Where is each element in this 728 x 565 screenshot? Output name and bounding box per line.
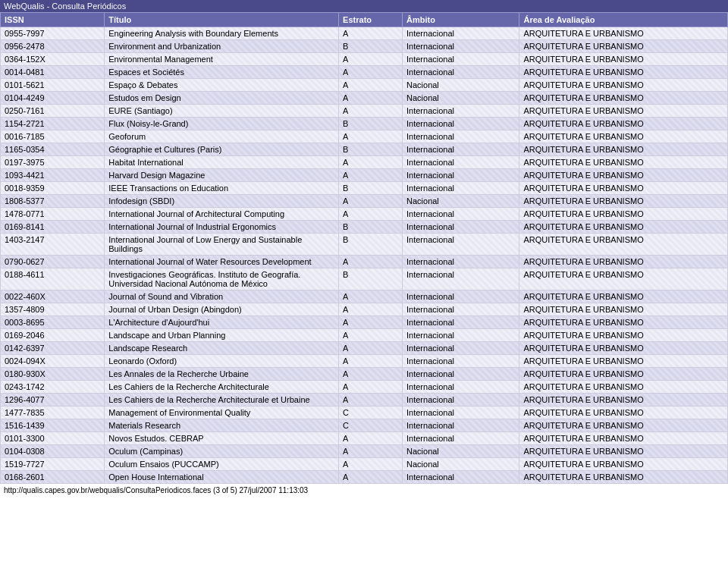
table-cell: International Journal of Water Resources… <box>105 256 339 268</box>
table-cell: 0024-094X <box>1 355 105 368</box>
table-cell: Estudos em Design <box>105 92 339 105</box>
table-cell: Internacional <box>403 143 519 156</box>
table-cell: Internacional <box>403 381 519 394</box>
table-cell: A <box>339 256 403 268</box>
table-row: 0790-0627International Journal of Water … <box>1 256 728 268</box>
table-cell: A <box>339 208 403 221</box>
table-cell: ARQUITETURA E URBANISMO <box>519 355 728 368</box>
table-cell: Internacional <box>403 268 519 290</box>
table-cell: A <box>339 458 403 471</box>
table-row: 0188-4611Investigaciones Geográficas. In… <box>1 268 728 290</box>
table-cell: Internacional <box>403 156 519 169</box>
table-row: 0180-930XLes Annales de la Recherche Urb… <box>1 368 728 381</box>
table-row: 1478-0771International Journal of Archit… <box>1 208 728 221</box>
table-cell: Nacional <box>403 458 519 471</box>
table-cell: ARQUITETURA E URBANISMO <box>519 182 728 195</box>
table-row: 1519-7727Oculum Ensaios (PUCCAMP)ANacion… <box>1 458 728 471</box>
table-cell: Internacional <box>403 406 519 419</box>
table-cell: Landscape Research <box>105 342 339 355</box>
table-cell: ARQUITETURA E URBANISMO <box>519 234 728 256</box>
header-area: Área de Avaliação <box>519 13 728 27</box>
table-cell: Nacional <box>403 92 519 105</box>
table-cell: B <box>339 234 403 256</box>
table-row: 0955-7997Engineering Analysis with Bound… <box>1 27 728 40</box>
table-row: 0016-7185GeoforumAInternacionalARQUITETU… <box>1 130 728 143</box>
table-cell: 1519-7727 <box>1 458 105 471</box>
table-cell: Materials Research <box>105 419 339 432</box>
table-cell: ARQUITETURA E URBANISMO <box>519 471 728 484</box>
table-cell: A <box>339 381 403 394</box>
table-cell: Geoforum <box>105 130 339 143</box>
page-title: WebQualis - Consulta Periódicos <box>4 2 126 11</box>
table-cell: Oculum (Campinas) <box>105 445 339 458</box>
table-cell: ARQUITETURA E URBANISMO <box>519 27 728 40</box>
table-row: 0003-8695L'Architecture d'Aujourd'huiAIn… <box>1 316 728 329</box>
table-cell: Internacional <box>403 355 519 368</box>
table-cell: ARQUITETURA E URBANISMO <box>519 195 728 208</box>
table-cell: ARQUITETURA E URBANISMO <box>519 342 728 355</box>
table-cell: A <box>339 432 403 445</box>
table-cell: 0243-1742 <box>1 381 105 394</box>
table-cell: Espaces et Sociétés <box>105 66 339 79</box>
table-cell: A <box>339 394 403 406</box>
table-cell: 1296-4077 <box>1 394 105 406</box>
table-cell: 0169-8141 <box>1 221 105 234</box>
table-cell: ARQUITETURA E URBANISMO <box>519 208 728 221</box>
table-cell: 0104-4249 <box>1 92 105 105</box>
table-cell: A <box>339 355 403 368</box>
table-cell: B <box>339 221 403 234</box>
table-cell: ARQUITETURA E URBANISMO <box>519 40 728 53</box>
table-cell: 0169-2046 <box>1 329 105 342</box>
table-row: 0104-0308Oculum (Campinas)ANacionalARQUI… <box>1 445 728 458</box>
table-cell: 1154-2721 <box>1 118 105 130</box>
table-cell: ARQUITETURA E URBANISMO <box>519 130 728 143</box>
table-cell: B <box>339 268 403 290</box>
table-cell: Internacional <box>403 256 519 268</box>
table-cell: A <box>339 156 403 169</box>
table-cell: 0955-7997 <box>1 27 105 40</box>
table-cell: Habitat International <box>105 156 339 169</box>
table-cell: ARQUITETURA E URBANISMO <box>519 329 728 342</box>
table-cell: Les Cahiers de la Recherche Architectura… <box>105 381 339 394</box>
table-cell: ARQUITETURA E URBANISMO <box>519 66 728 79</box>
table-cell: A <box>339 316 403 329</box>
table-cell: 1477-7835 <box>1 406 105 419</box>
table-row: 1403-2147International Journal of Low En… <box>1 234 728 256</box>
table-cell: A <box>339 105 403 118</box>
table-cell: 0168-2601 <box>1 471 105 484</box>
table-cell: ARQUITETURA E URBANISMO <box>519 316 728 329</box>
table-row: 0024-094XLeonardo (Oxford)AInternacional… <box>1 355 728 368</box>
table-cell: Internacional <box>403 130 519 143</box>
table-cell: Journal of Sound and Vibration <box>105 290 339 303</box>
table-cell: Nacional <box>403 79 519 92</box>
table-cell: A <box>339 368 403 381</box>
table-cell: A <box>339 79 403 92</box>
table-cell: 1516-1439 <box>1 419 105 432</box>
table-cell: Les Annales de la Recherche Urbaine <box>105 368 339 381</box>
table-cell: ARQUITETURA E URBANISMO <box>519 118 728 130</box>
table-cell: Internacional <box>403 432 519 445</box>
table-cell: 0101-3300 <box>1 432 105 445</box>
table-cell: ARQUITETURA E URBANISMO <box>519 92 728 105</box>
table-cell: Engineering Analysis with Boundary Eleme… <box>105 27 339 40</box>
table-cell: 0180-930X <box>1 368 105 381</box>
table-cell: A <box>339 303 403 316</box>
table-cell: IEEE Transactions on Education <box>105 182 339 195</box>
table-cell: A <box>339 130 403 143</box>
table-cell: 0003-8695 <box>1 316 105 329</box>
table-cell: 0197-3975 <box>1 156 105 169</box>
table-cell: 0250-7161 <box>1 105 105 118</box>
table-cell: ARQUITETURA E URBANISMO <box>519 394 728 406</box>
table-cell: A <box>339 445 403 458</box>
footer: http://qualis.capes.gov.br/webqualis/Con… <box>0 484 728 497</box>
table-cell: A <box>339 169 403 182</box>
table-row: 1296-4077Les Cahiers de la Recherche Arc… <box>1 394 728 406</box>
table-cell: Internacional <box>403 118 519 130</box>
table-cell: ARQUITETURA E URBANISMO <box>519 290 728 303</box>
table-cell: ARQUITETURA E URBANISMO <box>519 105 728 118</box>
table-header-row: ISSN Título Estrato Âmbito Área de Avali… <box>1 13 728 27</box>
header-estrato: Estrato <box>339 13 403 27</box>
table-cell: ARQUITETURA E URBANISMO <box>519 458 728 471</box>
table-cell: Internacional <box>403 182 519 195</box>
table-cell: ARQUITETURA E URBANISMO <box>519 221 728 234</box>
